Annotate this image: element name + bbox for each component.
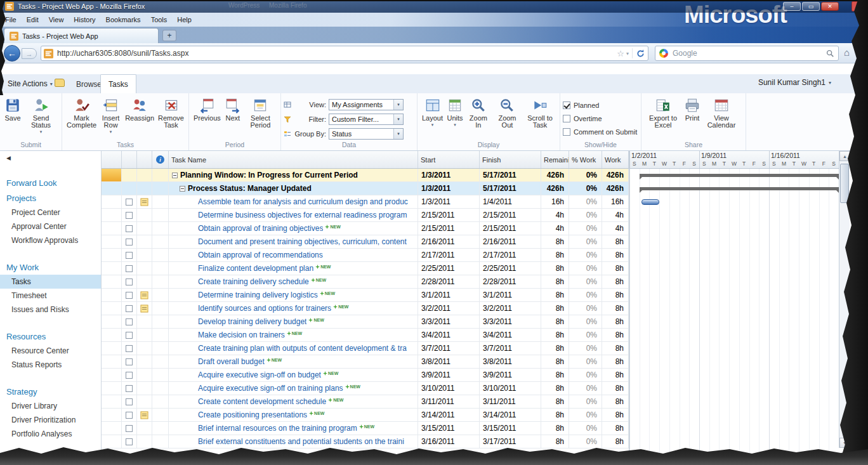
remaining-work-cell[interactable]: 8h bbox=[541, 422, 569, 435]
row-checkbox[interactable] bbox=[126, 345, 133, 352]
sidebar-item-issues-and-risks[interactable]: Issues and Risks bbox=[0, 303, 101, 317]
percent-work-cell[interactable]: 0% bbox=[569, 209, 602, 221]
percent-work-cell[interactable]: 0% bbox=[569, 302, 602, 315]
finish-cell[interactable]: 3/1/2011 bbox=[480, 289, 541, 301]
task-name-cell[interactable]: Process Status: Manager Updated bbox=[169, 182, 418, 195]
grid-header-task-name[interactable]: Task Name bbox=[169, 151, 418, 168]
start-cell[interactable]: 2/17/2011 bbox=[418, 249, 480, 261]
task-name-cell[interactable]: Identify sources and options for trainer… bbox=[169, 302, 418, 315]
start-cell[interactable]: 3/4/2011 bbox=[418, 329, 480, 341]
note-icon[interactable] bbox=[140, 291, 148, 299]
gantt-summary-bar[interactable] bbox=[640, 187, 839, 190]
row-selector[interactable] bbox=[102, 395, 122, 408]
note-icon[interactable] bbox=[140, 411, 148, 419]
close-button[interactable]: ✕ bbox=[821, 2, 839, 11]
work-cell[interactable]: 4h bbox=[602, 222, 629, 235]
dropdown-view[interactable]: My Assignments▾ bbox=[329, 99, 404, 110]
start-cell[interactable]: 1/3/2011 bbox=[418, 195, 480, 208]
checkbox-overtime[interactable]: Overtime bbox=[563, 112, 602, 125]
send-status-button[interactable]: Send Status▾ bbox=[23, 96, 59, 134]
remaining-work-cell[interactable]: 8h bbox=[541, 395, 569, 408]
sidebar-heading-forward-look[interactable]: Forward Look bbox=[0, 176, 101, 190]
finish-cell[interactable]: 3/17/2011 bbox=[480, 435, 541, 448]
task-name-cell[interactable]: Create training delivery scheduleNEW bbox=[169, 275, 418, 288]
percent-work-cell[interactable]: 0% bbox=[569, 409, 602, 421]
view-calendar-button[interactable]: View Calendar bbox=[702, 96, 740, 129]
row-selector[interactable] bbox=[102, 409, 122, 421]
remaining-work-cell[interactable]: 426h bbox=[541, 169, 569, 181]
finish-cell[interactable]: 3/9/2011 bbox=[480, 369, 541, 381]
grid-header-col0[interactable] bbox=[102, 151, 122, 168]
remaining-work-cell[interactable]: 8h bbox=[541, 329, 569, 341]
work-cell[interactable]: 16h bbox=[602, 195, 629, 208]
remove-task-button[interactable]: Remove Task bbox=[156, 96, 186, 129]
home-icon[interactable]: ⌂ bbox=[844, 47, 850, 58]
dropdown-filter[interactable]: Custom Filter...▾ bbox=[329, 114, 404, 125]
finish-cell[interactable]: 3/11/2011 bbox=[480, 395, 541, 408]
task-name-cell[interactable]: Acquire executive sign-off on budgetNEW bbox=[169, 369, 418, 381]
percent-work-cell[interactable]: 0% bbox=[569, 355, 602, 368]
finish-cell[interactable]: 3/8/2011 bbox=[480, 355, 541, 368]
export-to-excel-button[interactable]: Export to Excel bbox=[644, 96, 682, 129]
task-name-cell[interactable]: Brief external constituents and potentia… bbox=[169, 435, 418, 448]
finish-cell[interactable]: 3/14/2011 bbox=[480, 409, 541, 421]
percent-work-cell[interactable]: 0% bbox=[569, 435, 602, 448]
start-cell[interactable]: 3/10/2011 bbox=[418, 382, 480, 395]
checkbox-planned[interactable]: Planned bbox=[563, 98, 599, 112]
navigate-up-icon[interactable] bbox=[55, 79, 65, 87]
reassign-button[interactable]: Reassign bbox=[123, 96, 156, 122]
remaining-work-cell[interactable]: 8h bbox=[541, 342, 569, 355]
work-cell[interactable]: 8h bbox=[602, 342, 629, 355]
start-cell[interactable]: 3/9/2011 bbox=[418, 369, 480, 381]
finish-cell[interactable]: 5/17/2011 bbox=[480, 169, 541, 181]
finish-cell[interactable]: 2/25/2011 bbox=[480, 262, 541, 275]
start-cell[interactable]: 3/11/2011 bbox=[418, 395, 480, 408]
row-checkbox[interactable] bbox=[126, 372, 133, 379]
bookmark-star-icon[interactable]: ☆ bbox=[617, 49, 624, 58]
remaining-work-cell[interactable]: 8h bbox=[541, 249, 569, 261]
row-checkbox[interactable] bbox=[126, 318, 133, 325]
row-checkbox[interactable] bbox=[126, 332, 133, 339]
menu-view[interactable]: View bbox=[44, 16, 69, 23]
scrollbar-thumb[interactable] bbox=[840, 164, 849, 203]
task-name-cell[interactable]: Finalize content development planNEW bbox=[169, 262, 418, 275]
row-checkbox[interactable] bbox=[126, 199, 133, 206]
percent-work-cell[interactable]: 0% bbox=[569, 262, 602, 275]
url-dropdown-icon[interactable]: ▾ bbox=[626, 51, 629, 56]
finish-cell[interactable]: 3/4/2011 bbox=[480, 329, 541, 341]
row-checkbox[interactable] bbox=[126, 239, 133, 246]
note-icon[interactable] bbox=[140, 198, 148, 206]
url-bar[interactable]: http://uchar6305:8080/sunil/Tasks.aspx ☆… bbox=[41, 46, 648, 61]
work-cell[interactable]: 8h bbox=[602, 355, 629, 368]
task-name-cell[interactable]: Draft overall budgetNEW bbox=[169, 355, 418, 368]
sidebar-item-approval-center[interactable]: Approval Center bbox=[0, 219, 101, 233]
menu-tools[interactable]: Tools bbox=[146, 16, 173, 23]
finish-cell[interactable]: 3/3/2011 bbox=[480, 315, 541, 328]
task-name-cell[interactable]: Document and present training objectives… bbox=[169, 235, 418, 248]
work-cell[interactable]: 8h bbox=[602, 369, 629, 381]
percent-work-cell[interactable]: 0% bbox=[569, 422, 602, 435]
finish-cell[interactable]: 2/15/2011 bbox=[480, 222, 541, 235]
row-selector[interactable] bbox=[102, 355, 122, 368]
remaining-work-cell[interactable]: 8h bbox=[541, 235, 569, 248]
grid-header-finish[interactable]: Finish bbox=[480, 151, 541, 168]
row-checkbox[interactable] bbox=[126, 425, 133, 432]
row-selector[interactable] bbox=[102, 382, 122, 395]
search-box[interactable]: Google bbox=[655, 46, 839, 61]
percent-work-cell[interactable]: 0% bbox=[569, 395, 602, 408]
remaining-work-cell[interactable]: 8h bbox=[541, 315, 569, 328]
row-checkbox[interactable] bbox=[126, 412, 133, 419]
sidebar-item-driver-library[interactable]: Driver Library bbox=[0, 399, 101, 413]
percent-work-cell[interactable]: 0% bbox=[569, 329, 602, 341]
sidebar-heading-resources[interactable]: Resources bbox=[0, 330, 101, 344]
checkbox-comment-on-submit[interactable]: Comment on Submit bbox=[563, 125, 637, 138]
work-cell[interactable]: 8h bbox=[602, 275, 629, 288]
work-cell[interactable]: 8h bbox=[602, 409, 629, 421]
start-cell[interactable]: 3/7/2011 bbox=[418, 342, 480, 355]
note-icon[interactable] bbox=[140, 305, 148, 313]
start-cell[interactable]: 3/8/2011 bbox=[418, 355, 480, 368]
task-name-cell[interactable]: Determine training delivery logisticsNEW bbox=[169, 289, 418, 301]
percent-work-cell[interactable]: 0% bbox=[569, 195, 602, 208]
start-cell[interactable]: 3/15/2011 bbox=[418, 422, 480, 435]
row-checkbox[interactable] bbox=[126, 225, 133, 232]
